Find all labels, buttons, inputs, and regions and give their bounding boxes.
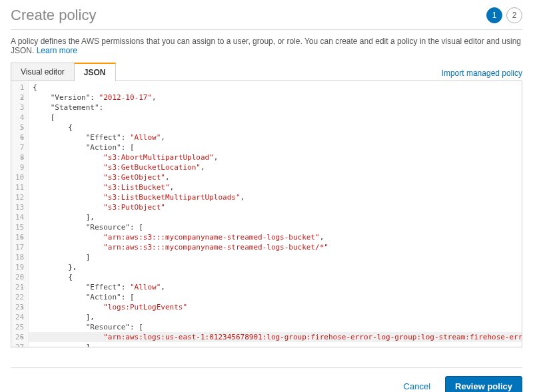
page-title: Create policy bbox=[11, 7, 96, 24]
learn-more-link[interactable]: Learn more bbox=[37, 46, 77, 55]
cancel-button[interactable]: Cancel bbox=[397, 377, 437, 392]
footer: Cancel Review policy bbox=[11, 367, 522, 392]
import-managed-policy-link[interactable]: Import managed policy bbox=[442, 69, 522, 81]
page-header: Create policy 1 2 bbox=[11, 7, 522, 30]
tab-json[interactable]: JSON bbox=[74, 63, 116, 81]
step-1[interactable]: 1 bbox=[486, 7, 502, 23]
tab-row: Visual editor JSON Import managed policy bbox=[11, 62, 522, 81]
tab-visual-editor[interactable]: Visual editor bbox=[11, 63, 75, 81]
description: A policy defines the AWS permissions tha… bbox=[11, 37, 522, 55]
line-gutter: 1 ▾234 ▾5 ▾67 ▾89101112131415 ▾161718192… bbox=[11, 81, 29, 347]
review-policy-button[interactable]: Review policy bbox=[445, 376, 522, 392]
step-indicator: 1 2 bbox=[486, 7, 522, 23]
step-2[interactable]: 2 bbox=[506, 7, 522, 23]
description-text: A policy defines the AWS permissions tha… bbox=[11, 37, 521, 55]
code-area[interactable]: { "Version": "2012-10-17", "Statement": … bbox=[29, 81, 522, 347]
json-editor[interactable]: 1 ▾234 ▾5 ▾67 ▾89101112131415 ▾161718192… bbox=[11, 81, 522, 347]
